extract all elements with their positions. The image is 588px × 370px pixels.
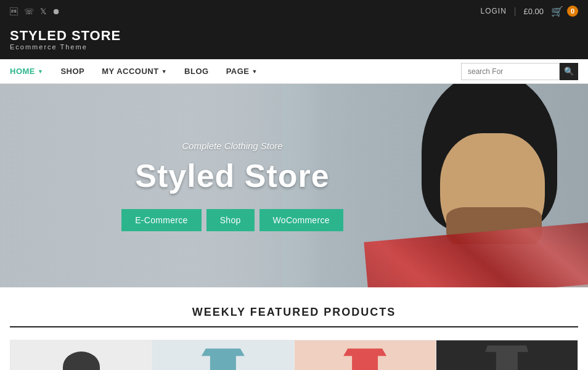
product-image-3 [308,345,421,370]
product-card-2[interactable] [152,340,294,370]
tshirt-shape [202,348,245,370]
logo-subtitle: Ecommerce Theme [10,43,121,51]
nav-item-blog[interactable]: BLOG [176,59,218,84]
site-header: STYLED STORE Ecommerce Theme [0,22,588,59]
main-nav: HOME ▼ SHOP MY ACCOUNT ▼ BLOG PAGE ▼ 🔍 [0,59,588,84]
search-icon: 🔍 [564,67,574,76]
cart-badge: 0 [567,6,578,17]
hero-subtitle: Complete Clothing Store [121,141,343,151]
jacket-shape [485,345,528,370]
logo[interactable]: STYLED STORE Ecommerce Theme [10,28,121,51]
facebook-icon[interactable]:  [10,7,18,16]
chevron-down-icon: ▼ [38,68,43,75]
nav-item-page[interactable]: PAGE ▼ [218,59,266,84]
hero-buttons: E-Commerce Shop WoCommerce [121,209,343,231]
nav-item-shop[interactable]: SHOP [52,59,93,84]
hero-section: Complete Clothing Store Styled Store E-C… [0,84,588,287]
logo-title: STYLED STORE [10,28,121,43]
divider: | [514,6,517,16]
top-bar:  ☏ 𝕏 ⏺ LOGIN | £0.00 🛒 0 [0,0,588,22]
hero-btn-shop[interactable]: Shop [206,209,255,231]
tshirt-shape-red [343,348,386,370]
skype-icon[interactable]: ☏ [24,7,34,16]
product-card-4[interactable] [436,340,578,370]
chevron-down-icon: ▼ [161,68,167,75]
nav-item-my-account[interactable]: MY ACCOUNT ▼ [93,59,176,84]
cart-icon: 🛒 [551,6,563,17]
featured-title: WEEKLY FEATURED PRODUCTS [10,306,578,319]
cart-button[interactable]: 🛒 0 [551,6,578,17]
top-bar-right: LOGIN | £0.00 🛒 0 [480,6,578,17]
products-grid [10,340,578,370]
hero-btn-woocommerce[interactable]: WoCommerce [259,209,343,231]
product-image-1 [25,345,137,370]
chevron-down-icon: ▼ [252,68,258,75]
product-image-2 [166,345,279,370]
search-button[interactable]: 🔍 [560,63,578,80]
featured-section: WEEKLY FEATURED PRODUCTS [0,287,588,370]
product-card-3[interactable] [295,340,436,370]
hero-btn-ecommerce[interactable]: E-Commerce [121,209,201,231]
hero-content: Complete Clothing Store Styled Store E-C… [121,141,343,231]
scarf-shape [364,222,588,287]
cart-price: £0.00 [523,7,544,16]
hero-title: Styled Store [121,157,343,194]
twitter-icon[interactable]: 𝕏 [40,7,46,16]
search-input[interactable] [461,63,560,80]
search-form: 🔍 [461,63,578,80]
nav-item-home[interactable]: HOME ▼ [10,59,52,84]
featured-divider [10,326,578,327]
rss-icon[interactable]: ⏺ [52,7,60,16]
product-card-1[interactable] [10,340,152,370]
product-image-4 [451,345,563,370]
login-link[interactable]: LOGIN [480,7,506,15]
social-links:  ☏ 𝕏 ⏺ [10,7,60,16]
